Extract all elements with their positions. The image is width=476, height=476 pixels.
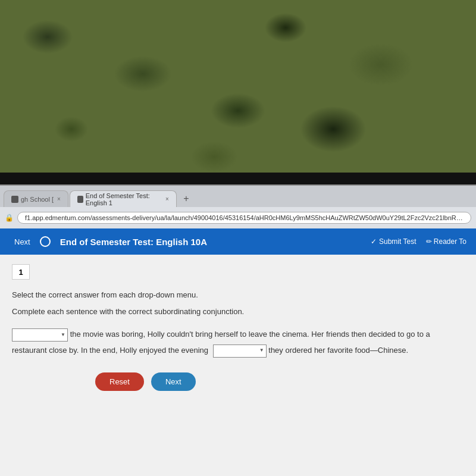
browser-tab-test[interactable]: End of Semester Test: English 1 × — [70, 190, 177, 207]
instruction-1: Select the correct answer from each drop… — [12, 289, 464, 301]
submit-test-button[interactable]: ✓ Submit Test — [371, 237, 416, 246]
tab-close-test[interactable]: × — [165, 196, 169, 202]
url-input[interactable]: f1.app.edmentum.com/assessments-delivery… — [17, 212, 471, 224]
add-tab-button[interactable]: + — [178, 190, 195, 207]
browser-tab-bar: gh School [ × End of Semester Test: Engl… — [0, 186, 476, 207]
submit-icon: ✓ — [371, 237, 377, 246]
topbar-next-button[interactable]: Next — [10, 235, 35, 249]
question-area: 1 Select the correct answer from each dr… — [0, 255, 476, 476]
browser-content: Next End of Semester Test: English 10A ✓… — [0, 228, 476, 476]
sentence-text-2: they ordered her favorite food—Chinese. — [268, 346, 408, 355]
quiz-title: End of Semester Test: English 10A — [51, 237, 371, 247]
topbar-right: ✓ Submit Test ✏ Reader To — [371, 237, 466, 246]
next-button[interactable]: Next — [151, 372, 196, 391]
dropdown-1[interactable]: Although Because Since Even though — [12, 328, 68, 342]
tab-close-school[interactable]: × — [57, 196, 61, 202]
action-buttons: Reset Next — [12, 372, 464, 391]
camo-background — [0, 0, 476, 184]
reader-icon: ✏ — [426, 237, 432, 246]
gear-icon[interactable] — [40, 236, 51, 247]
reset-button[interactable]: Reset — [95, 372, 144, 391]
instruction-2: Complete each sentence with the correct … — [12, 306, 464, 318]
lock-icon: 🔒 — [5, 214, 14, 222]
quiz-topbar: Next End of Semester Test: English 10A ✓… — [0, 228, 476, 255]
question-number: 1 — [12, 264, 30, 280]
submit-test-label: Submit Test — [379, 237, 416, 246]
sentence-block: Although Because Since Even though the m… — [12, 327, 464, 358]
tab-favicon-school — [11, 196, 18, 203]
dropdown-2[interactable]: when because since after — [213, 345, 267, 358]
tab-favicon-test — [77, 196, 83, 203]
address-bar: 🔒 f1.app.edmentum.com/assessments-delive… — [0, 207, 476, 228]
topbar-left: Next — [10, 235, 51, 249]
dropdown-1-wrapper: Although Because Since Even though — [12, 327, 68, 343]
sentence-line-1: Although Because Since Even though the m… — [12, 327, 464, 358]
reader-tools-button[interactable]: ✏ Reader To — [426, 237, 467, 246]
reader-tools-label: Reader To — [434, 237, 466, 246]
browser-chrome: gh School [ × End of Semester Test: Engl… — [0, 184, 476, 228]
dropdown-2-wrapper: when because since after — [213, 343, 267, 358]
tab-label-school: gh School [ — [21, 196, 54, 203]
browser-tab-school[interactable]: gh School [ × — [4, 190, 68, 207]
monitor-bezel — [0, 173, 476, 184]
tab-label-test: End of Semester Test: English 1 — [86, 192, 162, 206]
